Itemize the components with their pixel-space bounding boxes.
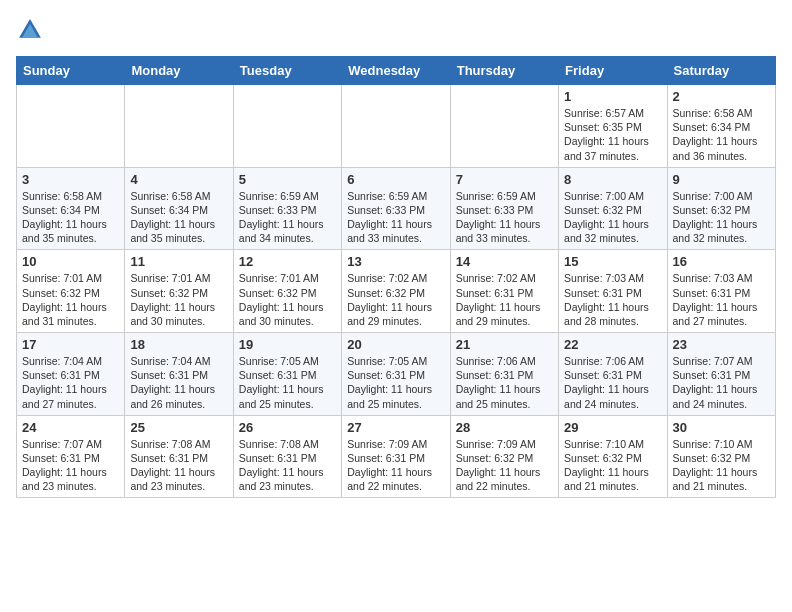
- day-info: Sunset: 6:32 PM: [239, 286, 336, 300]
- page-header: [16, 16, 776, 44]
- day-info: Sunrise: 6:59 AM: [239, 189, 336, 203]
- day-info: Daylight: 11 hours and 29 minutes.: [347, 300, 444, 328]
- day-number: 12: [239, 254, 336, 269]
- weekday-header: Monday: [125, 57, 233, 85]
- day-info: Sunrise: 7:03 AM: [564, 271, 661, 285]
- calendar-cell: 9Sunrise: 7:00 AMSunset: 6:32 PMDaylight…: [667, 167, 775, 250]
- day-info: Sunset: 6:32 PM: [673, 203, 770, 217]
- calendar-cell: 27Sunrise: 7:09 AMSunset: 6:31 PMDayligh…: [342, 415, 450, 498]
- day-info: Sunset: 6:32 PM: [564, 451, 661, 465]
- calendar-cell: [17, 85, 125, 168]
- day-info: Daylight: 11 hours and 30 minutes.: [130, 300, 227, 328]
- day-info: Sunrise: 7:09 AM: [347, 437, 444, 451]
- calendar-cell: [342, 85, 450, 168]
- day-info: Sunrise: 7:07 AM: [673, 354, 770, 368]
- day-info: Sunset: 6:32 PM: [347, 286, 444, 300]
- day-number: 23: [673, 337, 770, 352]
- day-info: Daylight: 11 hours and 34 minutes.: [239, 217, 336, 245]
- calendar-cell: 6Sunrise: 6:59 AMSunset: 6:33 PMDaylight…: [342, 167, 450, 250]
- day-info: Sunset: 6:31 PM: [564, 286, 661, 300]
- day-info: Sunset: 6:31 PM: [130, 368, 227, 382]
- day-number: 6: [347, 172, 444, 187]
- weekday-header: Wednesday: [342, 57, 450, 85]
- day-info: Sunrise: 7:03 AM: [673, 271, 770, 285]
- day-info: Daylight: 11 hours and 33 minutes.: [347, 217, 444, 245]
- calendar-cell: 1Sunrise: 6:57 AMSunset: 6:35 PMDaylight…: [559, 85, 667, 168]
- day-info: Daylight: 11 hours and 35 minutes.: [22, 217, 119, 245]
- day-number: 24: [22, 420, 119, 435]
- day-info: Sunset: 6:31 PM: [22, 368, 119, 382]
- day-info: Daylight: 11 hours and 21 minutes.: [564, 465, 661, 493]
- calendar-table: SundayMondayTuesdayWednesdayThursdayFrid…: [16, 56, 776, 498]
- day-info: Daylight: 11 hours and 23 minutes.: [239, 465, 336, 493]
- day-info: Daylight: 11 hours and 22 minutes.: [456, 465, 553, 493]
- day-number: 30: [673, 420, 770, 435]
- calendar-cell: 10Sunrise: 7:01 AMSunset: 6:32 PMDayligh…: [17, 250, 125, 333]
- day-info: Sunrise: 7:10 AM: [673, 437, 770, 451]
- day-number: 1: [564, 89, 661, 104]
- day-info: Daylight: 11 hours and 30 minutes.: [239, 300, 336, 328]
- calendar-cell: 15Sunrise: 7:03 AMSunset: 6:31 PMDayligh…: [559, 250, 667, 333]
- day-info: Sunset: 6:31 PM: [673, 286, 770, 300]
- day-info: Sunrise: 7:00 AM: [564, 189, 661, 203]
- day-info: Sunrise: 7:09 AM: [456, 437, 553, 451]
- day-info: Sunrise: 7:06 AM: [456, 354, 553, 368]
- day-info: Sunset: 6:32 PM: [456, 451, 553, 465]
- day-info: Sunrise: 7:10 AM: [564, 437, 661, 451]
- day-info: Sunset: 6:31 PM: [130, 451, 227, 465]
- day-number: 27: [347, 420, 444, 435]
- weekday-header: Tuesday: [233, 57, 341, 85]
- day-info: Daylight: 11 hours and 35 minutes.: [130, 217, 227, 245]
- weekday-header: Friday: [559, 57, 667, 85]
- day-info: Sunrise: 7:02 AM: [347, 271, 444, 285]
- day-info: Daylight: 11 hours and 23 minutes.: [22, 465, 119, 493]
- day-info: Sunset: 6:31 PM: [239, 451, 336, 465]
- day-info: Sunset: 6:35 PM: [564, 120, 661, 134]
- calendar-cell: 22Sunrise: 7:06 AMSunset: 6:31 PMDayligh…: [559, 333, 667, 416]
- logo-icon: [16, 16, 44, 44]
- day-number: 20: [347, 337, 444, 352]
- day-info: Sunset: 6:31 PM: [564, 368, 661, 382]
- calendar-cell: 23Sunrise: 7:07 AMSunset: 6:31 PMDayligh…: [667, 333, 775, 416]
- day-info: Sunrise: 6:59 AM: [456, 189, 553, 203]
- day-number: 5: [239, 172, 336, 187]
- calendar-cell: 29Sunrise: 7:10 AMSunset: 6:32 PMDayligh…: [559, 415, 667, 498]
- day-number: 28: [456, 420, 553, 435]
- calendar-header-row: SundayMondayTuesdayWednesdayThursdayFrid…: [17, 57, 776, 85]
- day-number: 10: [22, 254, 119, 269]
- calendar-cell: [233, 85, 341, 168]
- day-number: 7: [456, 172, 553, 187]
- calendar-week-row: 1Sunrise: 6:57 AMSunset: 6:35 PMDaylight…: [17, 85, 776, 168]
- calendar-cell: 19Sunrise: 7:05 AMSunset: 6:31 PMDayligh…: [233, 333, 341, 416]
- day-info: Sunset: 6:34 PM: [673, 120, 770, 134]
- day-info: Sunrise: 7:04 AM: [22, 354, 119, 368]
- calendar-week-row: 24Sunrise: 7:07 AMSunset: 6:31 PMDayligh…: [17, 415, 776, 498]
- day-info: Sunrise: 7:05 AM: [347, 354, 444, 368]
- day-info: Sunset: 6:31 PM: [456, 286, 553, 300]
- calendar-cell: 20Sunrise: 7:05 AMSunset: 6:31 PMDayligh…: [342, 333, 450, 416]
- day-info: Daylight: 11 hours and 32 minutes.: [673, 217, 770, 245]
- day-info: Sunset: 6:32 PM: [673, 451, 770, 465]
- day-number: 18: [130, 337, 227, 352]
- day-info: Sunrise: 6:57 AM: [564, 106, 661, 120]
- day-number: 13: [347, 254, 444, 269]
- day-info: Sunrise: 7:05 AM: [239, 354, 336, 368]
- weekday-header: Saturday: [667, 57, 775, 85]
- calendar-cell: 2Sunrise: 6:58 AMSunset: 6:34 PMDaylight…: [667, 85, 775, 168]
- calendar-cell: 30Sunrise: 7:10 AMSunset: 6:32 PMDayligh…: [667, 415, 775, 498]
- day-info: Sunrise: 7:01 AM: [239, 271, 336, 285]
- day-info: Daylight: 11 hours and 28 minutes.: [564, 300, 661, 328]
- day-info: Sunrise: 7:08 AM: [239, 437, 336, 451]
- day-info: Daylight: 11 hours and 24 minutes.: [564, 382, 661, 410]
- day-info: Sunrise: 7:01 AM: [130, 271, 227, 285]
- calendar-cell: 13Sunrise: 7:02 AMSunset: 6:32 PMDayligh…: [342, 250, 450, 333]
- day-info: Daylight: 11 hours and 27 minutes.: [673, 300, 770, 328]
- day-info: Sunset: 6:31 PM: [456, 368, 553, 382]
- calendar-week-row: 10Sunrise: 7:01 AMSunset: 6:32 PMDayligh…: [17, 250, 776, 333]
- day-number: 16: [673, 254, 770, 269]
- day-info: Sunset: 6:31 PM: [22, 451, 119, 465]
- day-info: Daylight: 11 hours and 32 minutes.: [564, 217, 661, 245]
- day-info: Sunrise: 7:01 AM: [22, 271, 119, 285]
- day-number: 9: [673, 172, 770, 187]
- calendar-week-row: 17Sunrise: 7:04 AMSunset: 6:31 PMDayligh…: [17, 333, 776, 416]
